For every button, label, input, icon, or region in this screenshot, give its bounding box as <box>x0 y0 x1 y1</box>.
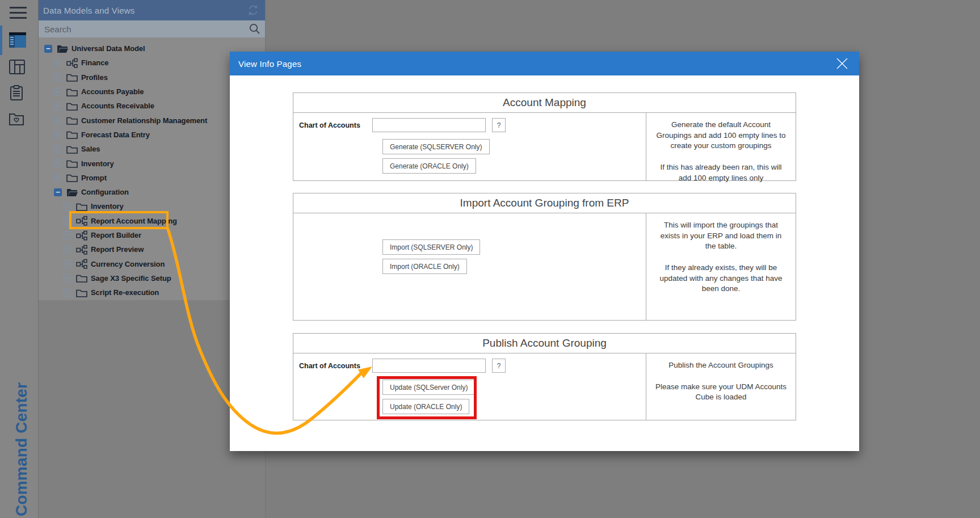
update-oracle-only--button[interactable]: Update (ORACLE Only) <box>382 399 469 414</box>
dialog-title: View Info Pages <box>238 59 301 69</box>
expand-icon[interactable]: + <box>54 116 62 124</box>
expand-icon[interactable]: + <box>64 289 71 297</box>
layout-icon[interactable] <box>9 60 27 77</box>
folder-icon <box>76 273 87 283</box>
tree-item-label: Sales <box>81 145 100 153</box>
tree-panel-title: Data Models and Views <box>43 6 135 15</box>
collapse-icon[interactable]: − <box>44 45 52 53</box>
tasks-icon[interactable] <box>9 85 27 102</box>
tree-item-label: Forecast Data Entry <box>81 130 150 139</box>
model-icon <box>76 230 87 241</box>
folder-icon <box>66 144 78 154</box>
section-description: This will import the groupings that exis… <box>646 213 796 320</box>
expand-icon[interactable]: + <box>64 246 71 254</box>
expand-icon[interactable]: + <box>54 145 62 153</box>
update-sqlserver-only--button[interactable]: Update (SQLServer Only) <box>382 380 475 395</box>
tree-item-label: Script Re-execution <box>91 288 159 297</box>
dialog-header: View Info Pages <box>230 52 859 75</box>
expand-icon[interactable]: + <box>54 130 62 138</box>
model-icon <box>66 58 78 68</box>
tree-item-label: Universal Data Model <box>71 44 145 53</box>
section-title: Import Account Grouping from ERP <box>293 193 796 213</box>
section-description: Generate the default Account Groupings a… <box>646 113 796 180</box>
folder-icon <box>66 72 78 82</box>
model-icon <box>76 259 87 269</box>
section-title: Account Mapping <box>293 93 796 113</box>
generate-oracle-only--button[interactable]: Generate (ORACLE Only) <box>382 158 476 174</box>
expand-icon[interactable]: + <box>54 159 62 167</box>
section-account-mapping: Account MappingChart of Accounts?Generat… <box>293 92 796 181</box>
tree-item-label: Report Preview <box>91 245 144 254</box>
tree-item-label: Accounts Receivable <box>81 102 154 110</box>
section-import-account-grouping-from-erp: Import Account Grouping from ERPImport (… <box>293 193 796 321</box>
expand-icon[interactable]: + <box>64 217 71 225</box>
help-button[interactable]: ? <box>492 359 506 373</box>
chart-of-accounts-label: Chart of Accounts <box>293 118 372 129</box>
tree-item-label: Customer Relationship Management <box>81 116 207 125</box>
expand-icon[interactable]: + <box>64 274 71 282</box>
tree-item-label: Inventory <box>81 159 114 168</box>
expand-icon[interactable]: + <box>54 73 62 81</box>
collapse-icon[interactable]: − <box>54 188 62 196</box>
folder-icon <box>66 129 78 140</box>
tree-item-label: Sage X3 Specific Setup <box>91 274 171 283</box>
tree-item-label: Report Builder <box>91 231 141 239</box>
chart-of-accounts-input[interactable] <box>372 359 486 373</box>
tree-item-label: Profiles <box>81 73 108 82</box>
expand-icon[interactable]: + <box>64 231 71 239</box>
view-info-pages-dialog: View Info Pages Account MappingChart of … <box>230 52 859 451</box>
expand-icon[interactable]: + <box>54 102 62 110</box>
tree-item-label: Configuration <box>81 188 129 196</box>
tree-panel-header: Data Models and Views <box>39 0 265 20</box>
folder-open-icon <box>57 44 68 54</box>
folder-icon <box>66 172 78 183</box>
import-sqlserver-only--button[interactable]: Import (SQLSERVER Only) <box>382 239 480 255</box>
section-title: Publish Account Grouping <box>293 334 796 353</box>
folder-icon <box>76 201 87 212</box>
folder-icon <box>66 101 78 111</box>
tree-item-label: Inventory <box>91 202 124 210</box>
menu-icon[interactable] <box>9 6 27 23</box>
folder-icon <box>66 158 78 169</box>
import-oracle-only--button[interactable]: Import (ORACLE Only) <box>382 259 467 274</box>
app-root: Data Models and Views −Universal Data Mo… <box>0 0 980 518</box>
tree-item-label: Prompt <box>81 174 107 182</box>
active-nav-indicator <box>0 26 2 55</box>
model-icon <box>76 216 87 226</box>
generate-sqlserver-only--button[interactable]: Generate (SQLSERVER Only) <box>382 139 490 154</box>
tree-item-label: Report Account Mapping <box>91 217 177 225</box>
expand-icon[interactable]: + <box>54 88 62 96</box>
folder-icon <box>66 87 78 97</box>
search-icon[interactable] <box>249 23 260 35</box>
refresh-icon[interactable] <box>247 4 259 16</box>
dialog-body: Account MappingChart of Accounts?Generat… <box>230 75 859 420</box>
expand-icon[interactable]: + <box>54 174 62 182</box>
command-center-label: Command Center <box>12 374 31 516</box>
favorites-icon[interactable] <box>9 112 27 129</box>
tree-item-label: Finance <box>81 58 108 67</box>
section-publish-account-grouping: Publish Account GroupingChart of Account… <box>293 333 796 420</box>
folder-icon <box>76 288 87 298</box>
chart-of-accounts-label: Chart of Accounts <box>293 359 372 370</box>
section-description: Publish the Account GroupingsPlease make… <box>646 353 796 420</box>
close-icon[interactable] <box>835 57 849 70</box>
expand-icon[interactable]: + <box>64 203 71 210</box>
chart-of-accounts-input[interactable] <box>372 118 486 132</box>
help-button[interactable]: ? <box>492 118 506 132</box>
folder-open-icon <box>66 187 78 197</box>
data-models-icon[interactable] <box>9 32 27 49</box>
expand-icon[interactable]: + <box>64 260 71 268</box>
search-input[interactable] <box>43 24 265 35</box>
folder-icon <box>66 115 78 125</box>
tree-item-label: Currency Conversion <box>91 260 165 268</box>
expand-icon[interactable]: + <box>54 59 62 67</box>
model-icon <box>76 245 87 255</box>
search-bar <box>39 20 265 37</box>
tree-item-label: Accounts Payable <box>81 87 144 96</box>
